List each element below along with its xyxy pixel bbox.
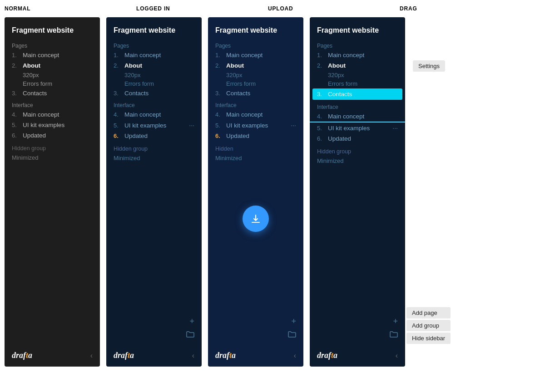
tooltip-add-group[interactable]: Add group [406, 320, 451, 331]
minimized-label: Minimized [5, 152, 100, 163]
item-label: Updated [23, 132, 46, 139]
section-label-0: Pages [5, 39, 100, 50]
item-label: Contacts [23, 90, 47, 97]
nav-item[interactable]: 2. About [5, 60, 100, 71]
sidebar-footer: drafta ‹ [5, 344, 100, 367]
item-num: 6. [114, 132, 124, 139]
nav-item[interactable]: 5. UI kit examples ··· [106, 120, 202, 131]
chevron-left-icon[interactable]: ‹ [192, 352, 194, 360]
nav-item[interactable]: 6. Updated [310, 133, 405, 144]
item-label: Main concept [23, 111, 59, 118]
section-label-0: Pages [106, 39, 202, 50]
chevron-left-icon[interactable]: ‹ [90, 352, 93, 360]
nav-item[interactable]: 3. Contacts [106, 88, 202, 98]
chevron-left-icon[interactable]: ‹ [294, 352, 296, 360]
add-icon[interactable]: + [189, 317, 194, 326]
item-label: Main concept [124, 111, 161, 118]
item-label: Updated [124, 132, 148, 139]
nav-item[interactable]: 1. Main concept [106, 50, 202, 60]
nav-item[interactable]: 2. About [310, 60, 405, 71]
item-num: 5. [114, 122, 124, 129]
folder-icon[interactable] [288, 331, 296, 339]
item-num: 2. [114, 62, 124, 69]
nav-item[interactable]: 1. Main concept [5, 50, 100, 60]
nav-item[interactable]: 3. Contacts [208, 88, 303, 98]
sidebar-footer: drafta ‹ [208, 344, 303, 367]
section-label-0: Pages [208, 39, 303, 50]
section-label-0: Pages [310, 39, 405, 50]
hidden-group: Hidden group [5, 141, 100, 152]
item-label: Main concept [328, 113, 364, 120]
add-icon[interactable]: + [291, 317, 296, 326]
nav-item[interactable]: 1. Main concept [208, 50, 303, 60]
sidebar-normal: Fragment websitePages 1. Main concept 2.… [5, 17, 100, 367]
footer-icons: + [390, 317, 398, 339]
nav-item[interactable]: 6. Updated [208, 131, 303, 141]
tooltip-add-page[interactable]: Add page [406, 307, 451, 318]
folder-icon[interactable] [390, 331, 398, 339]
item-label: UI kit examples [328, 125, 370, 132]
variant-label-logged-in: LOGGED IN [136, 5, 268, 12]
nav-item[interactable]: 6. Updated [5, 130, 100, 141]
nav-item[interactable]: 4. Main concept [5, 109, 100, 120]
dots-menu[interactable]: ··· [392, 124, 398, 132]
dots-menu[interactable]: ··· [291, 122, 296, 129]
variant-label-upload: UPLOAD [268, 5, 400, 12]
sub-item[interactable]: 320px [310, 71, 405, 79]
hidden-group: Hidden [208, 141, 303, 153]
sidebar-header: Fragment website [106, 17, 202, 39]
footer-icons: + [186, 317, 194, 339]
item-label: Updated [328, 135, 351, 142]
sub-item[interactable]: Errors form [208, 79, 303, 88]
item-num: 4. [114, 111, 124, 118]
sidebar-header: Fragment website [5, 17, 100, 39]
nav-item[interactable]: 5. UI kit examples ··· [208, 120, 303, 131]
folder-icon[interactable] [186, 331, 194, 339]
brand-logo: drafta [12, 351, 32, 360]
upload-float-button[interactable] [243, 206, 269, 232]
item-label: Contacts [124, 90, 149, 97]
sidebar-upload: Fragment websitePages 1. Main concept 2.… [208, 17, 303, 367]
item-label: About [23, 62, 40, 69]
variant-label-normal: NORMAL [5, 5, 136, 12]
item-num: 2. [317, 62, 328, 69]
nav-item[interactable]: 2. About [208, 60, 303, 71]
nav-item[interactable]: 1. Main concept [310, 50, 405, 60]
add-icon[interactable]: + [393, 317, 398, 326]
sub-item[interactable]: Errors form [5, 79, 100, 88]
brand-logo: drafta [114, 351, 134, 360]
footer-icons: + [288, 317, 296, 339]
nav-item[interactable]: 5. UI kit examples [5, 120, 100, 130]
item-label: Main concept [328, 52, 364, 59]
sub-item[interactable]: 320px [106, 71, 202, 79]
nav-item[interactable]: 4. Main concept [106, 109, 202, 120]
sub-item[interactable]: Errors form [106, 79, 202, 88]
nav-item[interactable]: 2. About [106, 60, 202, 71]
brand-logo: drafta [317, 351, 337, 360]
section-label-1: Interface [106, 98, 202, 109]
sidebar-header: Fragment website [310, 17, 405, 39]
item-num: 5. [317, 125, 328, 132]
section-label-1: Interface [310, 100, 405, 111]
nav-item[interactable]: 6. Updated [106, 131, 202, 141]
dots-menu[interactable]: ··· [189, 122, 194, 129]
sub-item[interactable]: Errors form [310, 79, 405, 88]
nav-item[interactable]: 3. Contacts [312, 88, 402, 100]
nav-item[interactable]: 3. Contacts [5, 88, 100, 98]
item-num: 6. [215, 132, 226, 139]
item-label: UI kit examples [226, 122, 268, 129]
nav-item[interactable]: 4. Main concept [310, 111, 405, 122]
item-num: 5. [12, 122, 23, 128]
sidebar-logged-in: Fragment websitePages 1. Main concept 2.… [106, 17, 202, 367]
nav-item[interactable]: 4. Main concept [208, 109, 303, 120]
sub-item[interactable]: 320px [208, 71, 303, 79]
sub-item[interactable]: 320px [5, 71, 100, 79]
sidebar-drag: Fragment websitePages 1. Main concept 2.… [310, 17, 405, 367]
nav-item[interactable]: 5. UI kit examples ··· [310, 122, 405, 133]
variant-panel-logged-in: Fragment websitePages 1. Main concept 2.… [106, 17, 202, 367]
chevron-left-icon[interactable]: ‹ [396, 352, 398, 360]
tooltip-settings[interactable]: Settings [413, 60, 445, 72]
item-num: 1. [12, 52, 23, 59]
tooltip-hide-sidebar[interactable]: Hide sidebar [406, 333, 451, 344]
bottom-tooltips: Add pageAdd groupHide sidebar [406, 307, 451, 344]
